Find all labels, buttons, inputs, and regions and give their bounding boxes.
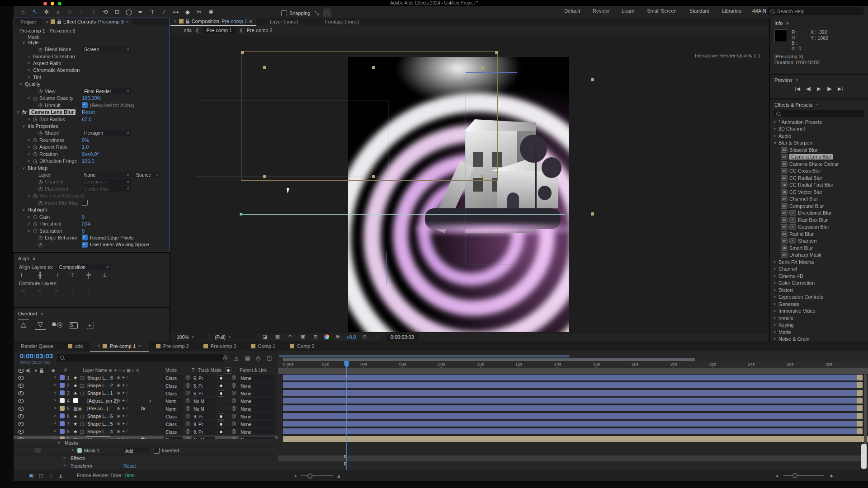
workspace-overflow-chevron[interactable]: » <box>751 8 754 14</box>
effect-name[interactable]: Camera Lens Blur <box>789 154 833 160</box>
effects-list-item[interactable]: 32 Unsharp Mask <box>774 252 868 259</box>
layer-bar-row[interactable] <box>278 382 868 389</box>
property-checkbox[interactable] <box>82 200 88 206</box>
matte-toggle-icon[interactable] <box>218 390 224 397</box>
effect-name[interactable]: Sharpen <box>798 238 817 244</box>
effect-name[interactable]: Keying <box>778 322 794 328</box>
effect-property-row[interactable]: > Chromatic Aberration <box>14 67 169 74</box>
parent-pickwhip-icon[interactable]: @ <box>231 390 236 395</box>
twirl-icon[interactable]: > <box>28 152 33 156</box>
mask-vertex[interactable] <box>240 213 242 216</box>
stopwatch-icon[interactable]: ◷ <box>33 221 39 227</box>
layer-name[interactable]: Shape L... 2 <box>87 383 113 388</box>
eye-icon[interactable] <box>18 407 24 411</box>
capture-frame-icon[interactable]: S <box>68 321 79 331</box>
stopwatch-icon[interactable]: ◷ <box>33 151 39 157</box>
layer-duration-bar[interactable] <box>283 436 868 442</box>
toolbar-tool-icon[interactable]: ✛ <box>76 6 88 17</box>
effects-list-item[interactable]: 16 CC Radial Fast Blur <box>774 182 868 189</box>
effects-list-item[interactable]: 32 CC Cross Blur <box>774 168 868 175</box>
align-button-icon[interactable]: ⊥ <box>100 272 109 278</box>
workspace-item[interactable]: Review <box>593 8 609 14</box>
twirl-icon[interactable]: > <box>774 267 778 271</box>
stopwatch-icon[interactable]: ◷ <box>38 102 45 108</box>
effect-name[interactable]: Boris FX Mocha <box>778 259 814 265</box>
mask-color-chip[interactable] <box>77 448 82 453</box>
parent-link-dropdown[interactable]: None∨ <box>239 406 275 411</box>
twirl-icon[interactable]: > <box>774 288 778 292</box>
pull-from-ae-icon[interactable]: ▽ <box>35 319 46 330</box>
layer-switches[interactable]: ⊕✦∕ <box>117 398 129 403</box>
matte-toggle-icon[interactable] <box>218 421 224 427</box>
effect-name[interactable]: Compound Blur <box>789 203 824 209</box>
effect-name[interactable]: Radial Blur <box>789 231 814 237</box>
twirl-icon[interactable]: > <box>774 323 778 327</box>
timeline-search-box[interactable] <box>57 354 223 361</box>
toolbar-tool-icon[interactable]: ⇕ <box>88 6 99 17</box>
mask-keyframe-ibeam[interactable]: I <box>344 454 346 459</box>
track-matte-dropdown[interactable]: 9. Pr∨ <box>192 413 215 419</box>
property-dropdown[interactable]: Hexagon∨ <box>82 130 132 136</box>
transport-button[interactable]: ◀| <box>806 86 811 92</box>
toolbar-tool-icon[interactable]: ↖ <box>29 6 41 17</box>
layer-duration-bar[interactable] <box>283 421 858 427</box>
panel-menu-icon[interactable]: ≡ <box>816 103 819 108</box>
layer-name[interactable]: Shape L... 6 <box>87 413 113 419</box>
toolbar-tool-icon[interactable]: ⊶ <box>170 6 182 17</box>
frame-blending-icon[interactable]: ◎ <box>256 355 260 361</box>
effects-list-item[interactable]: 32 CC Radial Blur <box>774 174 868 182</box>
close-tab-icon[interactable]: × <box>174 19 177 24</box>
effects-list-item[interactable]: 32 ϟ Gaussian Blur <box>774 224 868 231</box>
parent-link-dropdown[interactable]: None∨ <box>239 383 275 388</box>
stopwatch-icon[interactable]: ◷ <box>33 137 39 143</box>
track-matte-dropdown[interactable]: 9. Pr∨ <box>192 429 215 434</box>
effect-property-row[interactable]: ◷ Placement Center Map∨ <box>14 185 169 192</box>
twirl-icon[interactable]: > <box>28 138 33 142</box>
panel-menu-icon[interactable]: ≡ <box>138 343 142 348</box>
timeline-tab[interactable]: Comp 2 <box>283 341 322 351</box>
effect-property-row[interactable]: ◷ Blend Mode Screen∨ <box>14 46 169 52</box>
stopwatch-icon[interactable]: ◷ <box>38 47 45 52</box>
layer-bar-row[interactable] <box>278 428 868 436</box>
effects-list-item[interactable]: 32 Radial Blur <box>774 230 868 238</box>
blend-mode-dropdown[interactable]: Class∨ <box>164 413 183 419</box>
breadcrumb-item[interactable]: sds <box>184 28 192 33</box>
blend-mode-dropdown[interactable]: Norm∨ <box>164 398 183 404</box>
stopwatch-icon[interactable]: ◷ <box>33 144 39 150</box>
property-checkbox[interactable] <box>82 235 88 240</box>
blend-mode-dropdown[interactable]: Class∨ <box>164 375 183 380</box>
layer-color-chip[interactable] <box>60 421 65 426</box>
twirl-icon[interactable]: > <box>54 390 56 395</box>
lock-icon[interactable] <box>186 21 189 23</box>
property-dropdown[interactable]: Screen∨ <box>82 47 132 52</box>
effect-property-row[interactable]: > ◷ Threshold 204 <box>14 220 169 227</box>
reset-link[interactable]: Reset <box>82 109 95 115</box>
effect-name[interactable]: Expression Controls <box>778 294 823 300</box>
scrollbar-thumb[interactable] <box>861 444 867 469</box>
eye-icon[interactable] <box>18 414 24 418</box>
blend-mode-dropdown[interactable]: Norm∨ <box>164 406 183 411</box>
effects-list-item[interactable]: 32 Bilateral Blur <box>774 146 868 154</box>
mask-inverted-checkbox[interactable] <box>154 448 160 454</box>
layer-switches[interactable]: ⊕✦∕ <box>117 383 129 388</box>
align-button-icon[interactable]: ⊣ <box>52 272 61 278</box>
matte-pickwhip-icon[interactable]: @ <box>185 390 190 395</box>
effects-list-item[interactable]: 32 Camera-Shake Deblur <box>774 160 868 168</box>
zoom-slider[interactable] <box>783 475 824 476</box>
stopwatch-icon[interactable]: ◷ <box>38 242 45 248</box>
effect-name[interactable]: CC Vector Blur <box>789 189 822 195</box>
parent-pickwhip-icon[interactable]: @ <box>231 406 236 411</box>
effects-list-item[interactable]: > Audio <box>774 132 868 140</box>
align-button-icon[interactable]: ╪ <box>84 272 93 278</box>
effect-property-row[interactable]: ∨ fx Camera Lens Blur Reset <box>14 108 169 115</box>
effects-list-item[interactable]: > 3D Channel <box>774 126 868 133</box>
matte-toggle-icon[interactable] <box>218 429 224 435</box>
workspace-item[interactable]: Standard <box>689 8 710 14</box>
mask-1-row[interactable]: > Mask 1 Add∨ Inverted <box>14 447 278 455</box>
transport-button[interactable]: ▶ <box>817 86 821 92</box>
tab-footage[interactable]: Footage (none) <box>311 19 373 24</box>
new-document-icon[interactable]: ＋ <box>85 320 96 330</box>
layer-switches[interactable]: ⊕✦∕ <box>117 413 129 418</box>
twirl-icon[interactable]: > <box>54 375 56 380</box>
transform-handle[interactable] <box>241 51 244 54</box>
